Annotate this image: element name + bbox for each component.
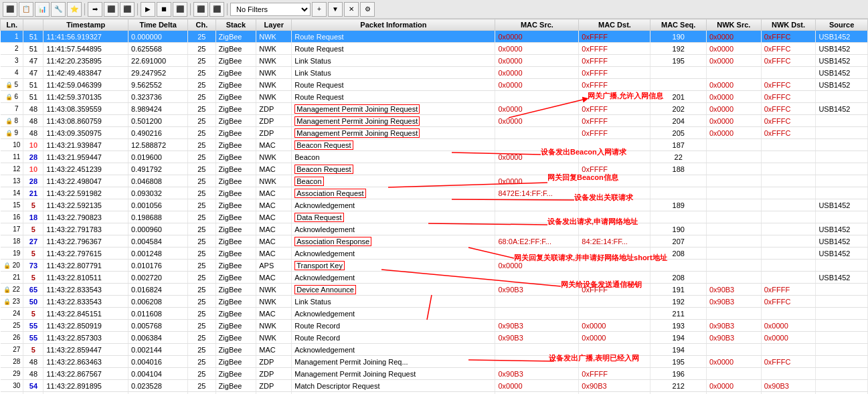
table-row[interactable]: 4 47 11:42:49.483847 29.247952 25 ZigBee… <box>1 67 868 79</box>
nwk-dst-cell: 0xFFFF <box>761 284 816 296</box>
toolbar-btn-1[interactable]: ⬛ <box>3 2 17 17</box>
col-layer[interactable]: Layer <box>256 19 292 31</box>
table-row[interactable]: 26 55 11:43:22.857303 0.006384 25 ZigBee… <box>1 332 868 344</box>
col-info[interactable]: Packet Information <box>292 19 495 31</box>
nwk-src-cell <box>706 199 761 211</box>
toolbar-btn-11[interactable]: ⬛ <box>209 2 224 17</box>
ln-cell: 18 <box>1 235 23 248</box>
table-row[interactable]: 3 47 11:42:20.235895 22.691000 25 ZigBee… <box>1 55 868 67</box>
toolbar-btn-7[interactable]: ⬛ <box>104 2 118 17</box>
toolbar-btn-play[interactable]: ▶ <box>141 2 155 17</box>
packet-info-cell: Acknowledgement <box>292 344 495 356</box>
col-ln[interactable]: Ln. <box>1 19 23 31</box>
stack-cell: ZigBee <box>215 320 256 332</box>
ch-cell: 25 <box>188 103 215 115</box>
timestamp-cell: 11:43:22.797615 <box>44 248 128 260</box>
table-row[interactable]: 21 5 11:43:22.810511 0.002720 25 ZigBee … <box>1 272 868 284</box>
source-cell <box>816 392 868 395</box>
toolbar-btn-8[interactable]: ⬛ <box>120 2 135 17</box>
ch-cell: 25 <box>188 79 215 91</box>
table-row[interactable]: 🔒 23 50 11:43:22.833543 0.006208 25 ZigB… <box>1 296 868 308</box>
layer-cell: NWK <box>256 91 292 103</box>
ch-cell: 25 <box>188 235 215 248</box>
table-row[interactable]: 25 55 11:43:22.850919 0.005768 25 ZigBee… <box>1 320 868 332</box>
table-row[interactable]: 15 5 11:43:22.592135 0.001056 25 ZigBee … <box>1 199 868 211</box>
table-row[interactable]: 16 18 11:43:22.790823 0.198688 25 ZigBee… <box>1 211 868 223</box>
num-cell: 21 <box>23 187 44 199</box>
filter-clear-btn[interactable]: ✕ <box>344 2 359 17</box>
nwk-src-cell <box>706 211 761 223</box>
toolbar-btn-5[interactable]: ⭐ <box>67 2 82 17</box>
table-row[interactable]: 28 48 11:43:22.863463 0.004016 25 ZigBee… <box>1 356 868 368</box>
table-row[interactable]: 1 51 11:41:56.919327 0.000000 25 ZigBee … <box>1 31 868 43</box>
table-row[interactable]: 🔒 9 48 11:43:09.350975 0.490216 25 ZigBe… <box>1 127 868 139</box>
stack-cell: ZigBee <box>215 356 256 368</box>
table-row[interactable]: 31 5 11:43:22.893207 0.002112 25 ZigBee … <box>1 392 868 395</box>
toolbar-btn-9[interactable]: ⬛ <box>173 2 187 17</box>
delta-cell: 0.011608 <box>128 308 188 320</box>
nwk-dst-cell <box>761 260 816 272</box>
col-num[interactable] <box>23 19 44 31</box>
table-row[interactable]: 24 5 11:43:22.845151 0.011608 25 ZigBee … <box>1 308 868 320</box>
col-mac-seq[interactable]: MAC Seq. <box>650 19 706 31</box>
ch-cell: 25 <box>188 43 215 55</box>
col-mac-src[interactable]: MAC Src. <box>495 19 579 31</box>
filter-toggle-btn[interactable]: ▼ <box>328 2 343 17</box>
col-source[interactable]: Source <box>816 19 868 31</box>
table-row[interactable]: 🔒 6 51 11:42:59.370135 0.323736 25 ZigBe… <box>1 91 868 103</box>
col-ch[interactable]: Ch. <box>188 19 215 31</box>
col-nwk-src[interactable]: NWK Src. <box>706 19 761 31</box>
nwk-dst-cell: 0xFFFC <box>761 43 816 55</box>
table-row[interactable]: 29 48 11:43:22.867567 0.004104 25 ZigBee… <box>1 368 868 380</box>
nwk-src-cell: 0x0000 <box>706 103 761 115</box>
toolbar-btn-10[interactable]: ⬛ <box>193 2 208 17</box>
nwk-src-cell <box>706 235 761 248</box>
stack-cell: ZigBee <box>215 43 256 55</box>
toolbar-btn-4[interactable]: 🔧 <box>51 2 66 17</box>
table-row[interactable]: 🔒 5 51 11:42:59.046399 9.562552 25 ZigBe… <box>1 79 868 91</box>
table-row[interactable]: 2 51 11:41:57.544895 0.625568 25 ZigBee … <box>1 43 868 55</box>
toolbar-btn-stop[interactable]: ⏹ <box>157 2 171 17</box>
table-row[interactable]: 18 27 11:43:22.796367 0.004584 25 ZigBee… <box>1 235 868 248</box>
table-row[interactable]: 🔒 8 48 11:43:08.860759 0.501200 25 ZigBe… <box>1 115 868 127</box>
timestamp-cell: 11:43:21.939847 <box>44 139 128 151</box>
ch-cell: 25 <box>188 392 215 395</box>
packet-table: Ln. Timestamp Time Delta Ch. Stack Layer… <box>0 19 868 394</box>
toolbar-btn-3[interactable]: 📊 <box>35 2 50 17</box>
col-delta[interactable]: Time Delta <box>128 19 188 31</box>
filter-options-btn[interactable]: ⚙ <box>360 2 375 17</box>
col-timestamp[interactable]: Timestamp <box>44 19 128 31</box>
delta-cell: 0.016824 <box>128 284 188 296</box>
ln-cell: 16 <box>1 211 23 223</box>
table-row[interactable]: 12 10 11:43:22.451239 0.491792 25 ZigBee… <box>1 163 868 175</box>
nwk-src-cell <box>706 272 761 284</box>
col-nwk-dst[interactable]: NWK Dst. <box>761 19 816 31</box>
toolbar-btn-6[interactable]: ➡ <box>88 2 102 17</box>
table-row[interactable]: 7 48 11:43:08.359559 8.989424 25 ZigBee … <box>1 103 868 115</box>
table-row[interactable]: 27 5 11:43:22.859447 0.002144 25 ZigBee … <box>1 344 868 356</box>
table-row[interactable]: 13 28 11:43:22.498047 0.046808 25 ZigBee… <box>1 175 868 187</box>
table-row[interactable]: 14 21 11:43:22.591982 0.093032 25 ZigBee… <box>1 187 868 199</box>
filter-dropdown[interactable]: No Filters <box>230 3 311 16</box>
col-mac-dst[interactable]: MAC Dst. <box>579 19 650 31</box>
stack-cell: ZigBee <box>215 235 256 248</box>
ln-cell: 17 <box>1 223 23 235</box>
table-row[interactable]: 30 54 11:43:22.891895 0.023528 25 ZigBee… <box>1 380 868 392</box>
toolbar-btn-2[interactable]: 📋 <box>19 2 33 17</box>
col-stack[interactable]: Stack <box>215 19 256 31</box>
layer-cell: ZDP <box>256 356 292 368</box>
table-row[interactable]: 10 10 11:43:21.939847 12.588872 25 ZigBe… <box>1 139 868 151</box>
stack-cell: ZigBee <box>215 260 256 272</box>
stack-cell: ZigBee <box>215 223 256 235</box>
table-row[interactable]: 19 5 11:43:22.797615 0.001248 25 ZigBee … <box>1 248 868 260</box>
mac-seq-cell <box>650 187 706 199</box>
source-cell: USB1452 <box>816 43 868 55</box>
mac-seq-cell: 189 <box>650 199 706 211</box>
table-row[interactable]: 11 28 11:43:21.959447 0.019600 25 ZigBee… <box>1 151 868 163</box>
mac-src-cell <box>495 211 579 223</box>
ln-cell: 2 <box>1 43 23 55</box>
table-row[interactable]: 🔒 20 73 11:43:22.807791 0.010176 25 ZigB… <box>1 260 868 272</box>
filter-add-btn[interactable]: + <box>312 2 327 17</box>
table-row[interactable]: 🔒 22 65 11:43:22.833543 0.016824 25 ZigB… <box>1 284 868 296</box>
table-row[interactable]: 17 5 11:43:22.791783 0.000960 25 ZigBee … <box>1 223 868 235</box>
